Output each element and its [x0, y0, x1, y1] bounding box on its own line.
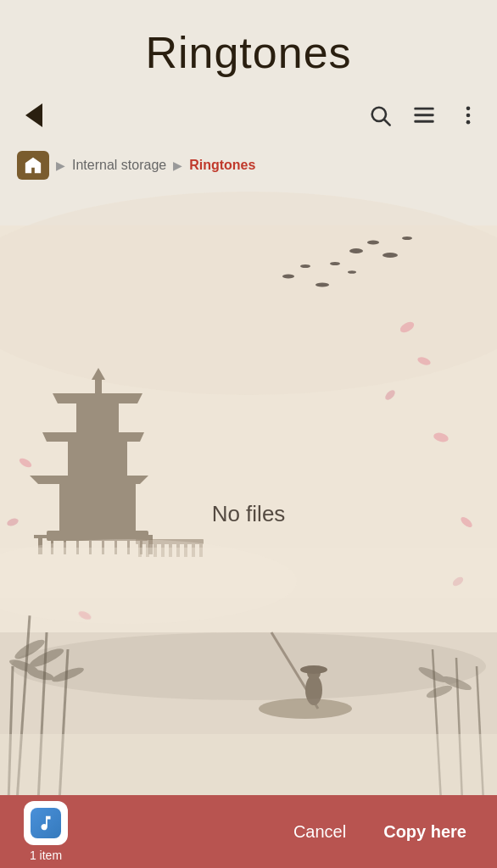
list-view-button[interactable]: [412, 103, 436, 127]
svg-rect-31: [61, 480, 65, 535]
svg-point-21: [11, 632, 486, 700]
svg-point-13: [383, 253, 398, 258]
item-count-label: 1 item: [30, 849, 62, 862]
toolbar-left: [17, 98, 51, 132]
page-title: Ringtones: [20, 27, 477, 78]
svg-point-73: [300, 665, 327, 674]
svg-rect-85: [0, 734, 497, 802]
breadcrumb: ▶ Internal storage ▶ Ringtones: [0, 142, 497, 188]
svg-point-5: [466, 107, 471, 111]
copy-here-button[interactable]: Copy here: [377, 815, 473, 849]
more-options-button[interactable]: [456, 103, 480, 127]
svg-point-16: [348, 270, 356, 274]
svg-point-19: [316, 283, 329, 287]
svg-rect-4: [414, 120, 433, 123]
svg-point-15: [330, 262, 340, 265]
main-content: No files: [0, 188, 497, 839]
svg-rect-2: [414, 108, 433, 110]
svg-point-17: [282, 275, 294, 279]
svg-point-6: [466, 114, 471, 118]
breadcrumb-internal-storage[interactable]: Internal storage: [72, 158, 166, 173]
svg-point-18: [300, 264, 310, 268]
svg-rect-43: [34, 535, 153, 538]
svg-point-69: [259, 698, 352, 719]
svg-rect-32: [130, 480, 134, 535]
svg-rect-29: [95, 378, 102, 397]
svg-rect-23: [59, 480, 136, 535]
svg-point-7: [466, 120, 471, 125]
back-button[interactable]: [17, 98, 51, 132]
svg-line-1: [384, 120, 389, 125]
home-folder-button[interactable]: [17, 151, 49, 180]
search-button[interactable]: [368, 103, 392, 127]
svg-point-11: [349, 248, 363, 253]
svg-point-10: [0, 192, 497, 395]
svg-point-14: [402, 236, 412, 240]
item-icon-wrapper: [24, 801, 68, 845]
toolbar: [0, 88, 497, 142]
cancel-button[interactable]: Cancel: [287, 815, 353, 849]
breadcrumb-current: Ringtones: [189, 158, 255, 173]
back-arrow-icon: [25, 103, 42, 127]
svg-rect-25: [68, 437, 127, 484]
bottom-action-bar: 1 item Cancel Copy here: [0, 795, 497, 868]
svg-point-12: [367, 241, 379, 245]
breadcrumb-separator-1: ▶: [56, 159, 65, 172]
svg-rect-27: [76, 399, 119, 440]
breadcrumb-separator-2: ▶: [173, 159, 182, 172]
header: Ringtones: [0, 0, 497, 88]
selected-item-info: 1 item: [24, 801, 68, 862]
svg-rect-3: [414, 114, 433, 116]
bottom-actions: Cancel Copy here: [287, 815, 473, 849]
toolbar-right: [368, 103, 480, 127]
no-files-label: No files: [212, 501, 286, 527]
music-app-icon: [31, 808, 61, 838]
